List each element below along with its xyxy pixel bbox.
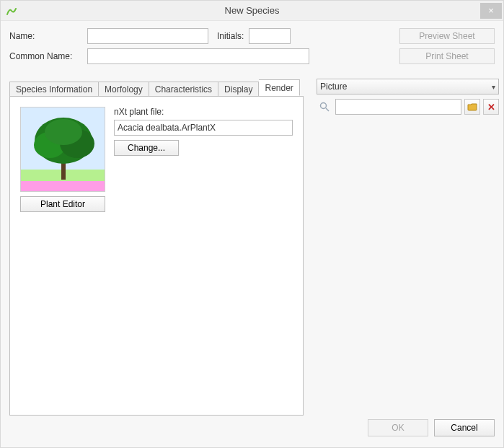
- close-button[interactable]: ×: [480, 3, 502, 19]
- plant-editor-button[interactable]: Plant Editor: [20, 196, 105, 212]
- dialog-footer: OK Cancel: [1, 416, 503, 447]
- window-title: New Species: [1, 5, 503, 16]
- preview-sheet-button[interactable]: Preview Sheet: [399, 28, 495, 44]
- svg-point-5: [321, 103, 327, 109]
- change-button[interactable]: Change...: [114, 140, 179, 156]
- delete-icon: ✕: [487, 102, 495, 113]
- nxt-file-input[interactable]: [114, 120, 293, 136]
- common-name-row: Common Name:: [9, 48, 386, 64]
- top-row: Name: Initials: Common Name: Preview She…: [9, 28, 495, 69]
- dialog-window: New Species × Name: Initials: Common Nam…: [0, 0, 504, 448]
- picture-path-input[interactable]: [335, 99, 461, 115]
- name-input[interactable]: [87, 28, 208, 44]
- tab-render[interactable]: Render: [259, 79, 299, 96]
- plant-preview-column: Plant Editor: [20, 107, 105, 212]
- mid-row: Species Information Morfology Characteri…: [9, 79, 495, 416]
- browse-folder-button[interactable]: [464, 99, 480, 115]
- picture-select-value: Picture: [320, 82, 347, 92]
- common-name-input[interactable]: [87, 48, 309, 64]
- close-icon: ×: [488, 5, 494, 16]
- tab-body-render: Plant Editor nXt plant file: Change...: [9, 96, 304, 416]
- picture-path-row: ✕: [317, 99, 499, 115]
- chevron-down-icon: ▾: [492, 83, 495, 91]
- content-area: Name: Initials: Common Name: Preview She…: [1, 21, 503, 416]
- folder-icon: [467, 102, 477, 112]
- svg-line-6: [326, 108, 329, 111]
- nxt-column: nXt plant file: Change...: [114, 107, 293, 212]
- delete-picture-button[interactable]: ✕: [483, 99, 499, 115]
- common-name-label: Common Name:: [9, 51, 87, 61]
- tab-panel: Species Information Morfology Characteri…: [9, 79, 304, 416]
- picture-select[interactable]: Picture ▾: [317, 79, 499, 95]
- nxt-file-label: nXt plant file:: [114, 107, 293, 117]
- app-icon: [5, 4, 18, 17]
- render-row: Plant Editor nXt plant file: Change...: [20, 107, 293, 212]
- titlebar: New Species ×: [1, 1, 503, 21]
- tab-display[interactable]: Display: [218, 82, 259, 97]
- name-label: Name:: [9, 31, 87, 41]
- cancel-button[interactable]: Cancel: [434, 419, 495, 436]
- print-sheet-button[interactable]: Print Sheet: [399, 48, 495, 64]
- svg-point-4: [45, 119, 82, 145]
- plant-thumbnail: [20, 107, 105, 192]
- picture-panel: Picture ▾ ✕: [317, 79, 499, 416]
- initials-input[interactable]: [249, 28, 291, 44]
- initials-label: Initials:: [217, 31, 249, 41]
- ok-button[interactable]: OK: [368, 419, 428, 436]
- tab-characteristics[interactable]: Characteristics: [149, 82, 218, 97]
- name-row: Name: Initials:: [9, 28, 386, 44]
- sheet-buttons: Preview Sheet Print Sheet: [399, 28, 495, 64]
- tab-strip: Species Information Morfology Characteri…: [9, 79, 304, 96]
- tab-species-information[interactable]: Species Information: [9, 82, 99, 97]
- tab-morfology[interactable]: Morfology: [99, 82, 149, 97]
- form-area: Name: Initials: Common Name:: [9, 28, 386, 69]
- tree-icon: [21, 107, 105, 192]
- search-icon: [317, 99, 332, 115]
